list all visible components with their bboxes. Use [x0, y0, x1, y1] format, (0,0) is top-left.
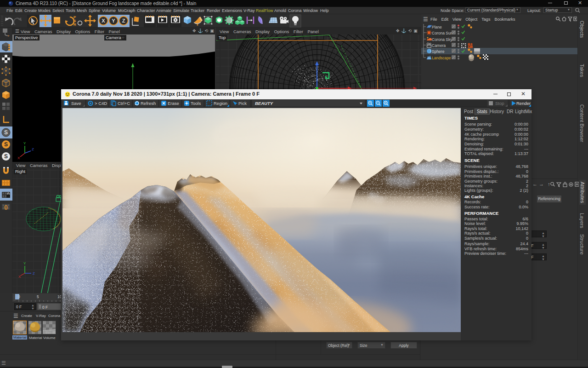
- svg-text:Corona Sky: Corona Sky: [432, 37, 452, 42]
- svg-text:Tools: Tools: [191, 101, 201, 106]
- svg-text:Z: Z: [122, 18, 125, 23]
- svg-text:Sphere: Sphere: [432, 49, 445, 54]
- svg-text:> C4D: > C4D: [95, 101, 107, 106]
- svg-text:Ctrl+C: Ctrl+C: [118, 101, 130, 106]
- svg-text:Camera: Camera: [432, 43, 446, 48]
- svg-text:(): (): [4, 204, 8, 210]
- svg-text:Corona Sun: Corona Sun: [432, 31, 453, 35]
- svg-text:Erase: Erase: [168, 101, 179, 106]
- svg-text:Render: Render: [516, 101, 531, 106]
- svg-text:Refresh: Refresh: [141, 101, 156, 106]
- svg-text:5: 5: [37, 294, 39, 299]
- svg-text:Region: Region: [214, 101, 227, 106]
- svg-text:Plane: Plane: [432, 25, 442, 29]
- svg-text:Pick: Pick: [238, 101, 247, 106]
- svg-text:Y: Y: [23, 261, 26, 265]
- svg-text:S: S: [4, 153, 8, 160]
- svg-text:R: R: [74, 23, 76, 27]
- svg-text:X: X: [17, 156, 20, 160]
- svg-text:Landscape: Landscape: [432, 56, 451, 60]
- svg-text:Y: Y: [23, 141, 26, 145]
- svg-text:X: X: [18, 275, 21, 279]
- svg-text:Save: Save: [71, 101, 81, 106]
- svg-text:S: S: [4, 141, 8, 148]
- svg-text:Stop: Stop: [495, 101, 504, 106]
- svg-text:Z: Z: [32, 147, 34, 151]
- svg-text:Y: Y: [112, 18, 115, 23]
- svg-text:S: S: [4, 129, 8, 136]
- svg-text:X: X: [102, 18, 105, 23]
- svg-text:Z: Z: [33, 271, 35, 276]
- svg-text:0: 0: [18, 294, 20, 299]
- svg-text:BEAUTY: BEAUTY: [255, 101, 274, 106]
